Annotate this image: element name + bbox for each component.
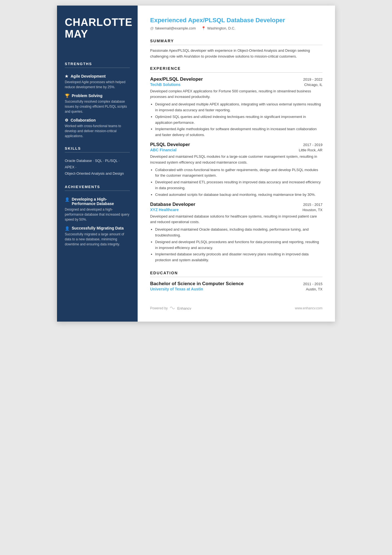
bullet-3-3: Implemented database security protocols … [155, 251, 322, 263]
bullet-3-1: Developed and maintained Oracle database… [155, 227, 322, 238]
email-icon: @ [150, 26, 154, 30]
achievements-section-title: ACHIEVEMENTS [65, 185, 130, 191]
strength-item-3: ⚙ Collaboration Worked with cross-functi… [65, 118, 130, 139]
exp-company-1: TechB Solutions [150, 82, 180, 87]
enhancv-text: Enhancv [177, 306, 191, 310]
achievement-icon-1: 👤 [65, 197, 70, 202]
exp-location-3: Houston, TX [302, 208, 322, 212]
edu-dates-1: 2011 - 2015 [303, 282, 322, 286]
strength-item-1: ★ Agile Development Developed Agile proc… [65, 74, 130, 90]
footer-website: www.enhancv.com [295, 306, 322, 310]
strength-desc-3: Worked with cross-functional teams to de… [65, 124, 130, 139]
edu-degree-1: Bachelor of Science in Computer Science [150, 281, 244, 287]
summary-text: Passionate Apex/PLSQL developer with exp… [150, 48, 322, 60]
trophy-icon: 🏆 [65, 93, 70, 98]
edu-school-1: University of Texas at Austin [150, 287, 203, 291]
bullet-3-2: Designed and developed PLSQL procedures … [155, 239, 322, 251]
resume-title: Experienced Apex/PLSQL Database Develope… [150, 17, 322, 24]
powered-by-text: Powered by [150, 306, 168, 310]
bullet-1-2: Optimized SQL queries and utilized index… [155, 114, 322, 126]
exp-summary-2: Developed and maintained PLSQL modules f… [150, 154, 322, 166]
location-icon: 📍 [201, 26, 206, 30]
edu-item-1: Bachelor of Science in Computer Science … [150, 281, 322, 291]
skills-text: Oracle Database · SQL · PL/SQL · APEX · … [65, 157, 130, 177]
experience-section: EXPERIENCE Apex/PLSQL Developer 2019 - 2… [150, 66, 322, 264]
footer: Powered by Enhancv www.enhancv.com [150, 298, 322, 310]
header-contact: @ fakeemail@example.com 📍 Washington, D.… [150, 26, 322, 30]
achievement-desc-1: Designed and developed a high-performanc… [65, 207, 130, 222]
exp-bullets-2: Collaborated with cross-functional teams… [150, 167, 322, 198]
exp-item-1: Apex/PLSQL Developer 2019 - 2022 TechB S… [150, 77, 322, 138]
strength-desc-2: Successfully resolved complex database i… [65, 99, 130, 114]
exp-title-1: Apex/PLSQL Developer [150, 77, 203, 82]
exp-bullets-1: Designed and developed multiple APEX app… [150, 102, 322, 138]
bullet-2-1: Collaborated with cross-functional teams… [155, 167, 322, 179]
resume-wrapper: CHARLOTTE MAY STRENGTHS ★ Agile Developm… [57, 6, 335, 322]
achievement-item-2: 👤 Successfully Migrating Data Successful… [65, 226, 130, 247]
location-contact: 📍 Washington, D.C. [201, 26, 235, 30]
exp-dates-2: 2017 - 2019 [303, 143, 322, 147]
star-icon: ★ [65, 74, 68, 78]
exp-location-2: Little Rock, AR [299, 148, 322, 152]
enhancv-logo [170, 306, 175, 310]
achievement-desc-2: Successfully migrated a large amount of … [65, 232, 130, 247]
strengths-section-title: STRENGTHS [65, 62, 130, 68]
candidate-name: CHARLOTTE MAY [65, 17, 130, 40]
achievement-icon-2: 👤 [65, 226, 70, 231]
experience-section-title: EXPERIENCE [150, 66, 322, 73]
exp-company-3: XYZ Healthcare [150, 208, 179, 212]
edu-location-1: Austin, TX [306, 287, 322, 291]
exp-item-2: PLSQL Developer 2017 - 2019 ABC Financia… [150, 142, 322, 198]
sidebar: CHARLOTTE MAY STRENGTHS ★ Agile Developm… [57, 6, 138, 322]
bullet-1-1: Designed and developed multiple APEX app… [155, 102, 322, 113]
bullet-2-3: Created automated scripts for database b… [155, 192, 322, 198]
exp-title-3: Database Developer [150, 202, 195, 207]
exp-dates-1: 2019 - 2022 [303, 77, 322, 82]
education-section: EDUCATION Bachelor of Science in Compute… [150, 271, 322, 291]
footer-left: Powered by Enhancv [150, 306, 191, 310]
exp-title-2: PLSQL Developer [150, 142, 190, 147]
strength-desc-1: Developed Agile processes which helped r… [65, 80, 130, 90]
exp-location-1: Chicago, IL [304, 83, 322, 87]
exp-summary-1: Developed complex APEX applications for … [150, 88, 322, 100]
achievement-item-1: 👤 Developing a High-Performance Database… [65, 197, 130, 222]
email-contact: @ fakeemail@example.com [150, 26, 196, 30]
education-section-title: EDUCATION [150, 271, 322, 277]
collab-icon: ⚙ [65, 118, 68, 122]
sidebar-footer [65, 302, 130, 310]
exp-bullets-3: Developed and maintained Oracle database… [150, 227, 322, 263]
exp-summary-3: Developed and maintained database soluti… [150, 214, 322, 225]
main-content: Experienced Apex/PLSQL Database Develope… [138, 6, 335, 322]
skills-section-title: SKILLS [65, 146, 130, 152]
strength-item-2: 🏆 Problem Solving Successfully resolved … [65, 93, 130, 114]
bullet-1-3: Implemented Agile methodologies for soft… [155, 126, 322, 138]
exp-item-3: Database Developer 2015 - 2017 XYZ Healt… [150, 202, 322, 263]
exp-dates-3: 2015 - 2017 [303, 203, 322, 207]
summary-section: SUMMARY Passionate Apex/PLSQL developer … [150, 39, 322, 60]
exp-company-2: ABC Financial [150, 148, 177, 152]
summary-section-title: SUMMARY [150, 39, 322, 45]
bullet-2-2: Developed and maintained ETL processes r… [155, 179, 322, 191]
